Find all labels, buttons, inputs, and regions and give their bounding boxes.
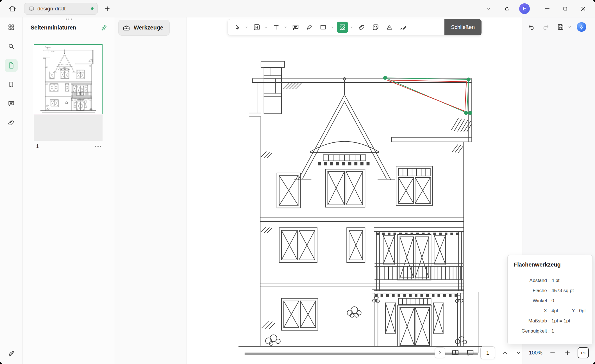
text-tool-chevron-icon[interactable] [283,22,287,33]
tools-panel: Werkzeuge [115,17,187,364]
thumbnails-title: Seitenminiaturen [31,24,76,31]
sidebar-item-annotations[interactable] [5,97,18,110]
shape-tool[interactable] [317,22,329,33]
comment-icon [8,100,15,107]
tab-document-icon [28,6,35,12]
titlebar: design-draft E [0,0,595,17]
maximize-icon [562,6,568,12]
thumbnail-more-icon[interactable] [95,146,101,147]
measurement-row: Fläche : 4573 sq pt [514,286,586,296]
note-tool[interactable] [290,22,301,33]
maximize-button[interactable] [560,3,571,14]
pin-icon[interactable] [101,24,107,31]
select-tool[interactable] [232,22,243,33]
thumbnail-page-number: 1 [34,143,39,149]
app-window: design-draft E [0,0,595,364]
measurement-row: Genauigkeit : 1 [514,326,586,336]
chevron-down-icon [486,6,492,12]
search-icon [8,43,15,50]
save-button[interactable] [555,22,566,32]
pen-logo-icon [7,350,15,358]
pen-tool[interactable] [304,22,315,33]
sidebar-item-thumbnails[interactable] [5,59,18,72]
tab-label: design-draft [37,6,65,12]
zoom-out-button[interactable] [548,348,557,358]
redo-button[interactable] [541,22,551,32]
area-measurement-annotation[interactable] [372,70,476,119]
reading-mode-button[interactable] [451,348,460,358]
undo-button[interactable] [526,22,536,32]
page-number-input[interactable] [480,346,495,359]
notifications-button[interactable] [501,3,512,14]
expand-bar-button[interactable] [435,347,445,358]
tools-button-label: Werkzeuge [134,24,163,31]
tools-button[interactable]: Werkzeuge [118,20,170,36]
minimize-button[interactable] [542,3,553,14]
home-icon [8,5,16,13]
page-thumbnail[interactable] [34,44,103,114]
paperclip-icon [8,119,15,126]
minimize-icon [544,5,551,12]
shape-tool-chevron-icon[interactable] [330,22,334,33]
apps-grid-icon [8,24,15,31]
previous-page-button[interactable] [500,348,510,358]
toolbox-icon [122,24,130,32]
sidebar-item-attachments[interactable] [5,116,18,129]
bottom-bar: 100% 1:1 [435,345,589,361]
zoom-in-button[interactable] [563,348,572,358]
signature-tool[interactable] [398,22,409,33]
select-tool-chevron-icon[interactable] [244,22,249,33]
thumbnail-drawing [34,45,102,114]
ai-assistant-button[interactable] [577,22,586,32]
highlight-tool[interactable] [251,22,262,33]
highlight-tool-chevron-icon[interactable] [264,22,268,33]
area-panel-title: Flächenwerkzeug [514,261,586,272]
left-sidebar [0,17,23,364]
document-tab[interactable]: design-draft [24,3,98,15]
sidebar-item-search[interactable] [5,40,18,53]
panel-drag-handle[interactable] [66,19,72,20]
zoom-level[interactable]: 100% [529,350,542,356]
avatar[interactable]: E [519,3,530,14]
pen-logo-button[interactable] [5,347,18,360]
measurement-row-xy: X : 4pt Y : 0pt [514,306,586,316]
text-tool[interactable] [271,22,282,33]
expand-menu-button[interactable] [483,3,494,14]
measurement-row: Winkel : 0 [514,296,586,306]
new-tab-button[interactable] [102,3,113,14]
comments-toggle-button[interactable] [465,348,475,358]
close-window-button[interactable] [578,3,589,14]
save-options-chevron-icon[interactable] [567,25,572,29]
measurement-row: Maßstab : 1pt = 1pt [514,316,586,326]
page-thumbnail-cell[interactable] [34,44,103,141]
bell-icon [503,5,510,12]
document-canvas[interactable]: Schließen [187,17,523,364]
next-page-button[interactable] [514,348,523,358]
unsaved-dot [91,7,94,10]
close-icon [580,5,587,12]
measurement-row: Abstand : 4 pt [514,276,586,286]
page-thumbnails-icon [8,62,15,69]
attachment-tool[interactable] [356,22,367,33]
toolbar-close-button[interactable]: Schließen [444,19,482,35]
thumbnails-panel: Seitenminiaturen 1 [23,17,115,364]
annotation-toolbar: Schließen [228,19,482,35]
bookmark-icon [8,81,15,88]
sidebar-item-bookmarks[interactable] [5,78,18,91]
area-tool-chevron-icon[interactable] [349,22,354,33]
actual-size-button[interactable]: 1:1 [578,347,589,358]
area-tool-panel: Flächenwerkzeug Abstand : 4 pt Fläche : … [507,255,593,344]
sticker-tool[interactable] [370,22,381,33]
plus-icon [104,5,111,12]
home-button[interactable] [7,3,18,14]
area-tool[interactable] [337,22,348,33]
stamp-tool[interactable] [384,22,395,33]
sidebar-item-apps[interactable] [5,21,18,34]
